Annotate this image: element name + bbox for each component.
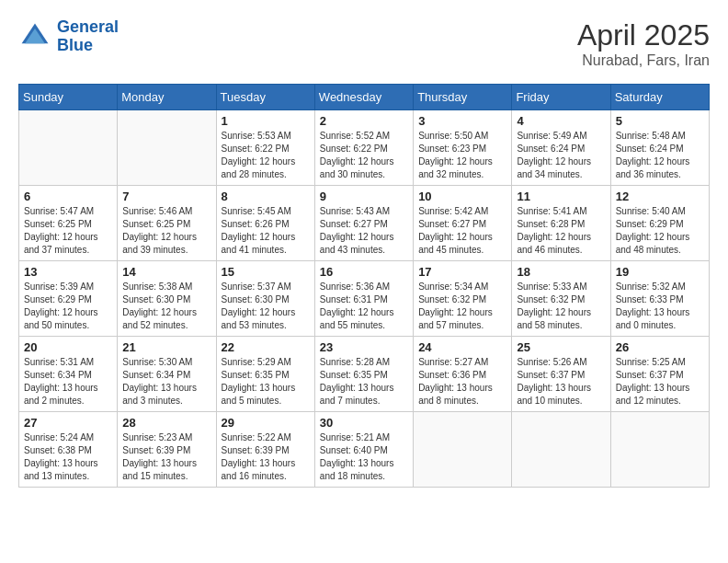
day-number: 3 (418, 114, 506, 128)
logo-icon (18, 20, 51, 53)
day-number: 5 (616, 114, 704, 128)
calendar-cell: 17Sunrise: 5:34 AM Sunset: 6:32 PM Dayli… (414, 261, 512, 337)
day-info: Sunrise: 5:23 AM Sunset: 6:39 PM Dayligh… (122, 431, 210, 483)
day-info: Sunrise: 5:53 AM Sunset: 6:22 PM Dayligh… (222, 130, 310, 181)
calendar-cell: 27Sunrise: 5:24 AM Sunset: 6:38 PM Dayli… (19, 412, 118, 488)
day-info: Sunrise: 5:25 AM Sunset: 6:37 PM Dayligh… (616, 356, 704, 408)
calendar-cell: 5Sunrise: 5:48 AM Sunset: 6:24 PM Daylig… (610, 110, 709, 186)
day-number: 28 (122, 416, 210, 430)
calendar-cell: 24Sunrise: 5:27 AM Sunset: 6:36 PM Dayli… (414, 337, 512, 412)
calendar-cell: 29Sunrise: 5:22 AM Sunset: 6:39 PM Dayli… (216, 412, 314, 488)
day-info: Sunrise: 5:28 AM Sunset: 6:35 PM Dayligh… (320, 356, 408, 408)
day-number: 21 (122, 340, 210, 354)
calendar-cell: 18Sunrise: 5:33 AM Sunset: 6:32 PM Dayli… (512, 261, 610, 337)
day-info: Sunrise: 5:24 AM Sunset: 6:38 PM Dayligh… (24, 431, 112, 483)
calendar-cell: 12Sunrise: 5:40 AM Sunset: 6:29 PM Dayli… (610, 186, 709, 261)
day-number: 13 (24, 265, 112, 279)
calendar-cell (414, 412, 512, 488)
day-number: 6 (24, 190, 112, 203)
week-row-3: 13Sunrise: 5:39 AM Sunset: 6:29 PM Dayli… (19, 261, 710, 337)
day-number: 11 (517, 190, 605, 203)
calendar-cell (610, 412, 709, 488)
day-info: Sunrise: 5:46 AM Sunset: 6:25 PM Dayligh… (122, 205, 210, 257)
calendar-title: April 2025 (577, 18, 710, 52)
logo: General Blue (18, 18, 119, 55)
title-block: April 2025 Nurabad, Fars, Iran (577, 18, 710, 69)
calendar-cell: 10Sunrise: 5:42 AM Sunset: 6:27 PM Dayli… (414, 186, 512, 261)
day-info: Sunrise: 5:29 AM Sunset: 6:35 PM Dayligh… (222, 356, 310, 408)
calendar-cell: 25Sunrise: 5:26 AM Sunset: 6:37 PM Dayli… (512, 337, 610, 412)
calendar-cell: 22Sunrise: 5:29 AM Sunset: 6:35 PM Dayli… (216, 337, 314, 412)
day-header-row: SundayMondayTuesdayWednesdayThursdayFrid… (19, 85, 710, 110)
day-number: 20 (24, 340, 112, 354)
day-info: Sunrise: 5:49 AM Sunset: 6:24 PM Dayligh… (517, 130, 605, 181)
calendar-cell (118, 110, 216, 186)
calendar-cell: 6Sunrise: 5:47 AM Sunset: 6:25 PM Daylig… (19, 186, 118, 261)
page-header: General Blue April 2025 Nurabad, Fars, I… (18, 18, 710, 69)
day-info: Sunrise: 5:43 AM Sunset: 6:27 PM Dayligh… (320, 205, 408, 257)
day-number: 29 (222, 416, 310, 430)
day-header-saturday: Saturday (610, 85, 709, 110)
calendar-cell: 30Sunrise: 5:21 AM Sunset: 6:40 PM Dayli… (314, 412, 413, 488)
calendar-cell: 16Sunrise: 5:36 AM Sunset: 6:31 PM Dayli… (314, 261, 413, 337)
calendar-cell: 15Sunrise: 5:37 AM Sunset: 6:30 PM Dayli… (216, 261, 314, 337)
day-info: Sunrise: 5:30 AM Sunset: 6:34 PM Dayligh… (122, 356, 210, 408)
day-number: 2 (320, 114, 408, 128)
day-number: 10 (418, 190, 506, 203)
day-number: 17 (418, 265, 506, 279)
day-number: 19 (616, 265, 704, 279)
day-number: 15 (222, 265, 310, 279)
day-header-sunday: Sunday (19, 85, 118, 110)
day-info: Sunrise: 5:31 AM Sunset: 6:34 PM Dayligh… (24, 356, 112, 408)
day-info: Sunrise: 5:39 AM Sunset: 6:29 PM Dayligh… (24, 281, 112, 332)
day-header-wednesday: Wednesday (314, 85, 413, 110)
day-info: Sunrise: 5:37 AM Sunset: 6:30 PM Dayligh… (222, 281, 310, 332)
day-number: 23 (320, 340, 408, 354)
day-info: Sunrise: 5:48 AM Sunset: 6:24 PM Dayligh… (616, 130, 704, 181)
day-number: 7 (122, 190, 210, 203)
day-header-tuesday: Tuesday (216, 85, 314, 110)
day-number: 27 (24, 416, 112, 430)
day-info: Sunrise: 5:22 AM Sunset: 6:39 PM Dayligh… (222, 431, 310, 483)
day-info: Sunrise: 5:41 AM Sunset: 6:28 PM Dayligh… (517, 205, 605, 257)
day-info: Sunrise: 5:38 AM Sunset: 6:30 PM Dayligh… (122, 281, 210, 332)
day-info: Sunrise: 5:47 AM Sunset: 6:25 PM Dayligh… (24, 205, 112, 257)
day-number: 16 (320, 265, 408, 279)
day-number: 4 (517, 114, 605, 128)
week-row-2: 6Sunrise: 5:47 AM Sunset: 6:25 PM Daylig… (19, 186, 710, 261)
day-info: Sunrise: 5:26 AM Sunset: 6:37 PM Dayligh… (517, 356, 605, 408)
day-header-thursday: Thursday (414, 85, 512, 110)
calendar-cell: 3Sunrise: 5:50 AM Sunset: 6:23 PM Daylig… (414, 110, 512, 186)
day-number: 12 (616, 190, 704, 203)
day-info: Sunrise: 5:45 AM Sunset: 6:26 PM Dayligh… (222, 205, 310, 257)
week-row-5: 27Sunrise: 5:24 AM Sunset: 6:38 PM Dayli… (19, 412, 710, 488)
day-number: 22 (222, 340, 310, 354)
day-number: 9 (320, 190, 408, 203)
day-info: Sunrise: 5:50 AM Sunset: 6:23 PM Dayligh… (418, 130, 506, 181)
day-number: 1 (222, 114, 310, 128)
calendar-cell (512, 412, 610, 488)
calendar-cell: 21Sunrise: 5:30 AM Sunset: 6:34 PM Dayli… (118, 337, 216, 412)
logo-line2: Blue (57, 36, 93, 54)
day-number: 14 (122, 265, 210, 279)
day-info: Sunrise: 5:33 AM Sunset: 6:32 PM Dayligh… (517, 281, 605, 332)
week-row-4: 20Sunrise: 5:31 AM Sunset: 6:34 PM Dayli… (19, 337, 710, 412)
day-info: Sunrise: 5:27 AM Sunset: 6:36 PM Dayligh… (418, 356, 506, 408)
calendar-cell: 9Sunrise: 5:43 AM Sunset: 6:27 PM Daylig… (314, 186, 413, 261)
logo-text: General Blue (57, 18, 119, 55)
day-info: Sunrise: 5:40 AM Sunset: 6:29 PM Dayligh… (616, 205, 704, 257)
calendar-cell: 8Sunrise: 5:45 AM Sunset: 6:26 PM Daylig… (216, 186, 314, 261)
day-info: Sunrise: 5:32 AM Sunset: 6:33 PM Dayligh… (616, 281, 704, 332)
calendar-cell: 4Sunrise: 5:49 AM Sunset: 6:24 PM Daylig… (512, 110, 610, 186)
calendar-cell: 19Sunrise: 5:32 AM Sunset: 6:33 PM Dayli… (610, 261, 709, 337)
calendar-cell: 14Sunrise: 5:38 AM Sunset: 6:30 PM Dayli… (118, 261, 216, 337)
day-number: 24 (418, 340, 506, 354)
calendar-cell: 28Sunrise: 5:23 AM Sunset: 6:39 PM Dayli… (118, 412, 216, 488)
day-info: Sunrise: 5:36 AM Sunset: 6:31 PM Dayligh… (320, 281, 408, 332)
calendar-cell: 13Sunrise: 5:39 AM Sunset: 6:29 PM Dayli… (19, 261, 118, 337)
calendar-cell (19, 110, 118, 186)
calendar-cell: 26Sunrise: 5:25 AM Sunset: 6:37 PM Dayli… (610, 337, 709, 412)
day-number: 18 (517, 265, 605, 279)
day-number: 25 (517, 340, 605, 354)
calendar-cell: 2Sunrise: 5:52 AM Sunset: 6:22 PM Daylig… (314, 110, 413, 186)
